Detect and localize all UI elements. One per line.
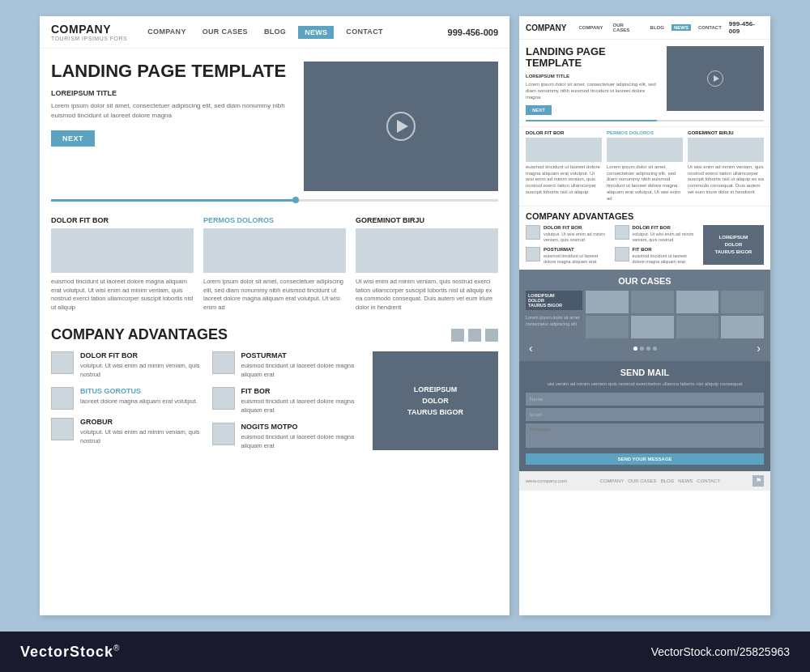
r-adv-col-right: DOLOR FIT BOR volutput. Ut wisi enim ad …	[615, 225, 699, 266]
hero-title: LANDING PAGE TEMPLATE	[51, 62, 292, 81]
r-col-2: PERMOS DOLOROS Lorem ipsum dolor sit ame…	[607, 130, 683, 202]
video-slider-thumb	[292, 197, 299, 203]
adv-item-2-title: BITUS GOROTUS	[80, 387, 198, 395]
watermark-reg: ®	[113, 644, 120, 653]
r-col-3: GOREMINOT BIRJU Ut wisi enim ad minim ve…	[688, 130, 764, 202]
r-cases-dot-4	[653, 347, 657, 351]
r-case-thumb-2	[631, 291, 674, 313]
adv-item-3-title: GROBUR	[80, 418, 204, 426]
r-adv-item-4-title: FIT BOR	[633, 247, 699, 252]
page-right: COMPANY COMPANY OUR CASES BLOG NEWS CONT…	[519, 16, 770, 615]
r-hero-next-button[interactable]: NEXT	[526, 105, 552, 115]
r-hero-video[interactable]	[667, 46, 764, 111]
three-cols: DOLOR FIT BOR euismod tincidunt ut laore…	[40, 210, 509, 318]
video-slider[interactable]	[51, 199, 498, 202]
r-mail-text: uisi venim ad minim veniam quis nostrud …	[526, 381, 764, 387]
hero-video[interactable]	[304, 62, 498, 191]
adv-thumb-6	[212, 423, 235, 445]
r-video-slider[interactable]	[526, 120, 764, 121]
r-nav-company[interactable]: COMPANY	[576, 24, 605, 31]
adv-item-6-body: euismod tincidunt ut laoreet dolore magn…	[241, 433, 365, 450]
adv-item-1: DOLOR FIT BOR volutput. Ut wisi enim ad …	[51, 351, 204, 379]
r-three-cols: DOLOR FIT BOR euismod tincidunt ut laore…	[519, 126, 770, 206]
r-cases-left: LOREIPSUM DOLOR TAURUS BIGOR Lorem ipsum…	[526, 291, 582, 338]
nav-contact[interactable]: CONTACT	[342, 26, 386, 39]
hero-next-button[interactable]: NEXT	[51, 130, 95, 147]
r-mail-name-input[interactable]	[526, 393, 764, 406]
r-mail-message-input[interactable]	[526, 423, 764, 448]
play-icon	[386, 112, 416, 141]
advantages-header: COMPANY ADVANTAGES	[51, 326, 498, 343]
adv-item-4-title: POSTURMAT	[241, 351, 365, 359]
adv-item-5-text: FIT BOR euismod tincidunt ut laoreet dol…	[241, 387, 365, 415]
adv-item-3: GROBUR volutput. Ut wisi enim ad minim v…	[51, 418, 204, 445]
r-footer-link-4: NEWS	[678, 478, 693, 483]
r-cases-label-3: TAURUS BIGOR	[528, 303, 562, 308]
brand-sub: TOURISM IPSIMUS FORS	[51, 36, 127, 41]
r-footer-link-1: COMPANY	[599, 478, 624, 483]
nav-company[interactable]: COMPANY	[143, 26, 190, 39]
r-cases-prev-arrow[interactable]: ‹	[526, 342, 536, 355]
nav-our-cases[interactable]: OUR CASES	[198, 26, 252, 39]
r-adv-item-3: DOLOR FIT BOR volutput. Ut wisi enim ad …	[615, 225, 699, 243]
r-play-triangle	[714, 75, 719, 82]
col-3-text: Ut wisi enim ad minim veniam, quis nostr…	[356, 278, 498, 312]
r-footer: www.company.com COMPANY OUR CASES BLOG N…	[519, 471, 770, 491]
r-case-thumb-4	[721, 291, 764, 313]
r-col-2-thumb	[607, 138, 683, 162]
r-brand-name: COMPANY	[526, 23, 566, 32]
r-cases-dot-3	[646, 347, 650, 351]
r-hero-title: LANDING PAGE TEMPLATE	[526, 46, 660, 70]
r-footer-link-2: OUR CASES	[628, 478, 656, 483]
r-slider-fill	[526, 120, 657, 121]
r-cases-next-arrow[interactable]: ›	[753, 342, 764, 355]
col-3-thumb	[356, 228, 498, 273]
adv-item-5-title: FIT BOR	[241, 387, 365, 395]
col-2-thumb	[203, 228, 346, 273]
r-mail-email-input[interactable]	[526, 408, 764, 421]
r-adv-item-3-title: DOLOR FIT BOR	[633, 225, 699, 230]
r-adv-item-2-body: euismod tincidunt ut laoreet dolore magn…	[544, 253, 610, 265]
nav-news[interactable]: NEWS	[298, 26, 334, 39]
r-footer-link-5: CONTACT	[697, 478, 720, 483]
adv-item-4-text: POSTURMAT euismod tincidunt ut laoreet d…	[241, 351, 365, 379]
r-nav-blog[interactable]: BLOG	[648, 24, 667, 31]
r-adv-box-label-3: TAURUS BIGOR	[715, 249, 752, 254]
adv-thumb-1	[51, 351, 74, 374]
r-cases-top-row	[586, 291, 764, 313]
hero-text: LANDING PAGE TEMPLATE LOREIPSUM TITLE Lo…	[51, 62, 292, 191]
r-nav-news[interactable]: NEWS	[671, 24, 691, 31]
r-cases-section: OUR CASES LOREIPSUM DOLOR TAURUS BIGOR L…	[519, 270, 770, 361]
r-cases-dot-1	[633, 347, 637, 351]
r-col-1-thumb	[526, 138, 602, 162]
col-1-thumb	[51, 228, 194, 273]
col-2-text: Lorem ipsum dolor sit amet, consectetuer…	[203, 278, 346, 312]
advantages-title: COMPANY ADVANTAGES	[51, 326, 228, 343]
r-adv-col-left: DOLOR FIT BOR volutput. Ut wisi enim ad …	[526, 225, 610, 266]
adv-col-left: DOLOR FIT BOR volutput. Ut wisi enim ad …	[51, 351, 204, 450]
r-nav-our-cases[interactable]: OUR CASES	[611, 22, 643, 33]
adv-item-2-body: laoreet dolore magna aliquam erat volutp…	[80, 398, 198, 406]
adv-thumb-3	[51, 418, 74, 440]
r-adv-thumb-3	[615, 225, 629, 240]
r-adv-item-4-body: euismod tincidunt ut laoreet dolore magn…	[633, 253, 699, 265]
r-adv-title: COMPANY ADVANTAGES	[526, 211, 764, 221]
r-cases-nav: ‹ ›	[526, 342, 764, 355]
adv-item-4-body: euismod tincidunt ut laoreet dolore magn…	[241, 362, 365, 379]
r-nav-contact[interactable]: CONTACT	[696, 24, 724, 31]
r-col-3-title: GOREMINOT BIRJU	[688, 130, 764, 135]
adv-item-3-body: volutput. Ut wisi enim ad minim veniam, …	[80, 428, 204, 445]
r-adv-right-box: LOREIPSUM DOLOR TAURUS BIGOR	[703, 225, 764, 266]
r-adv-thumb-2	[526, 247, 540, 262]
play-triangle	[397, 120, 408, 133]
adv-item-6-text: NOGITS MOTPO euismod tincidunt ut laoree…	[241, 423, 365, 450]
r-nav-phone: 999-456-009	[729, 20, 764, 35]
watermark-logo: VectorStock®	[20, 644, 120, 661]
col-2: PERMOS DOLOROS Lorem ipsum dolor sit ame…	[203, 216, 346, 312]
video-slider-fill	[51, 199, 297, 202]
r-adv-item-1-content: DOLOR FIT BOR volutput. Ut wisi enim ad …	[544, 225, 610, 243]
r-mail-send-button[interactable]: SEND YOUR MESSAGE	[526, 453, 764, 465]
col-1-text: euismod tincidunt ut laoreet dolore magn…	[51, 278, 194, 312]
adv-icon-2	[468, 329, 481, 342]
nav-blog[interactable]: BLOG	[260, 26, 290, 39]
